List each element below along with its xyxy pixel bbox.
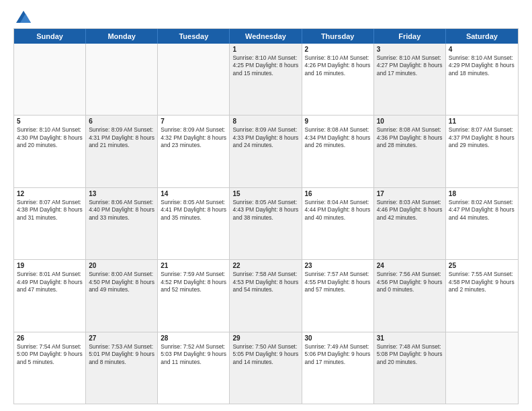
day-number: 17 — [377, 190, 443, 197]
cell-info: Sunrise: 8:10 AM Sunset: 4:25 PM Dayligh… — [232, 54, 298, 77]
cell-info: Sunrise: 8:07 AM Sunset: 4:38 PM Dayligh… — [17, 199, 83, 222]
day-number: 8 — [232, 118, 298, 125]
day-number: 5 — [17, 118, 83, 125]
cal-cell-3-2: 21Sunrise: 7:59 AM Sunset: 4:52 PM Dayli… — [158, 260, 230, 331]
cell-info: Sunrise: 7:55 AM Sunset: 4:58 PM Dayligh… — [449, 271, 515, 293]
day-number: 15 — [232, 190, 298, 197]
cell-info: Sunrise: 8:09 AM Sunset: 4:31 PM Dayligh… — [89, 126, 154, 149]
cell-info: Sunrise: 7:48 AM Sunset: 5:08 PM Dayligh… — [377, 343, 443, 366]
cal-cell-2-4: 16Sunrise: 8:04 AM Sunset: 4:44 PM Dayli… — [302, 188, 374, 259]
calendar: SundayMondayTuesdayWednesdayThursdayFrid… — [13, 28, 519, 404]
day-number: 23 — [305, 262, 371, 269]
logo — [13, 11, 31, 23]
cell-info: Sunrise: 7:59 AM Sunset: 4:52 PM Dayligh… — [161, 271, 226, 293]
header-cell-tuesday: Tuesday — [158, 29, 230, 44]
cal-cell-3-6: 25Sunrise: 7:55 AM Sunset: 4:58 PM Dayli… — [446, 260, 518, 331]
cal-cell-2-1: 13Sunrise: 8:06 AM Sunset: 4:40 PM Dayli… — [86, 188, 158, 259]
cell-info: Sunrise: 8:05 AM Sunset: 4:41 PM Dayligh… — [161, 199, 226, 222]
cell-info: Sunrise: 8:05 AM Sunset: 4:43 PM Dayligh… — [232, 199, 298, 222]
cell-info: Sunrise: 7:54 AM Sunset: 5:00 PM Dayligh… — [17, 343, 83, 366]
header-cell-friday: Friday — [374, 29, 446, 44]
day-number: 2 — [305, 46, 371, 53]
calendar-header: SundayMondayTuesdayWednesdayThursdayFrid… — [14, 29, 518, 44]
cal-cell-0-6: 4Sunrise: 8:10 AM Sunset: 4:29 PM Daylig… — [446, 44, 518, 115]
cell-info: Sunrise: 8:10 AM Sunset: 4:30 PM Dayligh… — [17, 126, 83, 149]
cal-cell-2-5: 17Sunrise: 8:03 AM Sunset: 4:46 PM Dayli… — [374, 188, 446, 259]
cell-info: Sunrise: 7:56 AM Sunset: 4:56 PM Dayligh… — [377, 271, 443, 293]
cal-cell-4-4: 30Sunrise: 7:49 AM Sunset: 5:06 PM Dayli… — [302, 332, 374, 404]
cal-cell-4-3: 29Sunrise: 7:50 AM Sunset: 5:05 PM Dayli… — [230, 332, 302, 404]
header-cell-thursday: Thursday — [302, 29, 374, 44]
day-number: 14 — [161, 190, 226, 197]
cell-info: Sunrise: 7:58 AM Sunset: 4:53 PM Dayligh… — [232, 271, 298, 293]
cal-row-4: 26Sunrise: 7:54 AM Sunset: 5:00 PM Dayli… — [14, 332, 518, 404]
cal-cell-4-5: 31Sunrise: 7:48 AM Sunset: 5:08 PM Dayli… — [374, 332, 446, 404]
cal-cell-0-3: 1Sunrise: 8:10 AM Sunset: 4:25 PM Daylig… — [230, 44, 302, 115]
header-cell-sunday: Sunday — [14, 29, 86, 44]
day-number: 31 — [377, 334, 443, 342]
cell-info: Sunrise: 8:00 AM Sunset: 4:50 PM Dayligh… — [89, 271, 154, 293]
cal-cell-1-6: 11Sunrise: 8:07 AM Sunset: 4:37 PM Dayli… — [446, 116, 518, 187]
cal-cell-2-0: 12Sunrise: 8:07 AM Sunset: 4:38 PM Dayli… — [14, 188, 86, 259]
cell-info: Sunrise: 8:08 AM Sunset: 4:36 PM Dayligh… — [377, 126, 443, 149]
cell-info: Sunrise: 7:50 AM Sunset: 5:05 PM Dayligh… — [232, 343, 298, 366]
day-number: 22 — [232, 262, 298, 269]
page: SundayMondayTuesdayWednesdayThursdayFrid… — [0, 0, 532, 411]
day-number: 29 — [232, 334, 298, 342]
cal-row-1: 5Sunrise: 8:10 AM Sunset: 4:30 PM Daylig… — [14, 115, 518, 187]
cal-cell-2-2: 14Sunrise: 8:05 AM Sunset: 4:41 PM Dayli… — [158, 188, 230, 259]
cal-cell-0-5: 3Sunrise: 8:10 AM Sunset: 4:27 PM Daylig… — [374, 44, 446, 115]
day-number: 9 — [305, 118, 371, 125]
cal-row-2: 12Sunrise: 8:07 AM Sunset: 4:38 PM Dayli… — [14, 187, 518, 259]
header — [13, 11, 519, 23]
calendar-body: 1Sunrise: 8:10 AM Sunset: 4:25 PM Daylig… — [14, 44, 518, 404]
day-number: 10 — [377, 118, 443, 125]
cal-cell-1-3: 8Sunrise: 8:09 AM Sunset: 4:33 PM Daylig… — [230, 116, 302, 187]
cell-info: Sunrise: 7:52 AM Sunset: 5:03 PM Dayligh… — [161, 343, 226, 366]
cell-info: Sunrise: 8:09 AM Sunset: 4:32 PM Dayligh… — [161, 126, 226, 149]
day-number: 21 — [161, 262, 226, 269]
cal-cell-0-2 — [158, 44, 230, 115]
header-cell-saturday: Saturday — [446, 29, 518, 44]
cal-cell-2-6: 18Sunrise: 8:02 AM Sunset: 4:47 PM Dayli… — [446, 188, 518, 259]
cell-info: Sunrise: 8:10 AM Sunset: 4:26 PM Dayligh… — [305, 54, 371, 77]
day-number: 7 — [161, 118, 226, 125]
cal-cell-0-1 — [86, 44, 158, 115]
day-number: 19 — [17, 262, 83, 269]
day-number: 1 — [232, 46, 298, 53]
header-cell-wednesday: Wednesday — [230, 29, 302, 44]
cell-info: Sunrise: 8:04 AM Sunset: 4:44 PM Dayligh… — [305, 199, 371, 222]
cell-info: Sunrise: 8:10 AM Sunset: 4:29 PM Dayligh… — [449, 54, 515, 77]
day-number: 28 — [161, 334, 226, 342]
day-number: 18 — [449, 190, 515, 197]
day-number: 30 — [305, 334, 371, 342]
cal-cell-3-1: 20Sunrise: 8:00 AM Sunset: 4:50 PM Dayli… — [86, 260, 158, 331]
cell-info: Sunrise: 7:49 AM Sunset: 5:06 PM Dayligh… — [305, 343, 371, 366]
cal-cell-2-3: 15Sunrise: 8:05 AM Sunset: 4:43 PM Dayli… — [230, 188, 302, 259]
cell-info: Sunrise: 8:02 AM Sunset: 4:47 PM Dayligh… — [449, 199, 515, 222]
cal-cell-4-2: 28Sunrise: 7:52 AM Sunset: 5:03 PM Dayli… — [158, 332, 230, 404]
cell-info: Sunrise: 8:06 AM Sunset: 4:40 PM Dayligh… — [89, 199, 154, 222]
day-number: 24 — [377, 262, 443, 269]
day-number: 13 — [89, 190, 154, 197]
cell-info: Sunrise: 8:08 AM Sunset: 4:34 PM Dayligh… — [305, 126, 371, 149]
day-number: 16 — [305, 190, 371, 197]
cal-cell-3-0: 19Sunrise: 8:01 AM Sunset: 4:49 PM Dayli… — [14, 260, 86, 331]
cal-cell-4-6 — [446, 332, 518, 404]
cell-info: Sunrise: 8:07 AM Sunset: 4:37 PM Dayligh… — [449, 126, 515, 149]
cal-cell-0-0 — [14, 44, 86, 115]
cell-info: Sunrise: 8:09 AM Sunset: 4:33 PM Dayligh… — [232, 126, 298, 149]
day-number: 6 — [89, 118, 154, 125]
cell-info: Sunrise: 7:57 AM Sunset: 4:55 PM Dayligh… — [305, 271, 371, 293]
cal-cell-1-5: 10Sunrise: 8:08 AM Sunset: 4:36 PM Dayli… — [374, 116, 446, 187]
day-number: 4 — [449, 46, 515, 53]
cal-cell-0-4: 2Sunrise: 8:10 AM Sunset: 4:26 PM Daylig… — [302, 44, 374, 115]
cal-row-3: 19Sunrise: 8:01 AM Sunset: 4:49 PM Dayli… — [14, 259, 518, 331]
cal-cell-4-1: 27Sunrise: 7:53 AM Sunset: 5:01 PM Dayli… — [86, 332, 158, 404]
cal-cell-1-4: 9Sunrise: 8:08 AM Sunset: 4:34 PM Daylig… — [302, 116, 374, 187]
cal-cell-1-1: 6Sunrise: 8:09 AM Sunset: 4:31 PM Daylig… — [86, 116, 158, 187]
header-cell-monday: Monday — [86, 29, 158, 44]
cal-cell-1-2: 7Sunrise: 8:09 AM Sunset: 4:32 PM Daylig… — [158, 116, 230, 187]
cal-cell-3-4: 23Sunrise: 7:57 AM Sunset: 4:55 PM Dayli… — [302, 260, 374, 331]
logo-icon — [16, 11, 31, 23]
